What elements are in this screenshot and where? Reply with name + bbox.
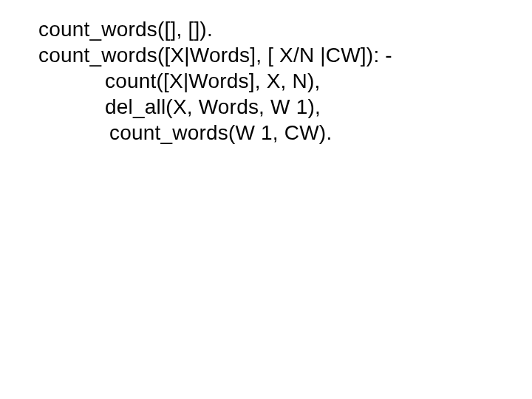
code-line-5: count_words(W 1, CW). (38, 120, 532, 146)
code-line-1: count_words([], []). (38, 16, 532, 42)
code-line-4: del_all(X, Words, W 1), (38, 94, 532, 120)
code-line-3: count([X|Words], X, N), (38, 68, 532, 94)
code-line-2: count_words([X|Words], [ X/N |CW]): - (38, 42, 532, 68)
code-block: count_words([], []). count_words([X|Word… (0, 0, 532, 146)
